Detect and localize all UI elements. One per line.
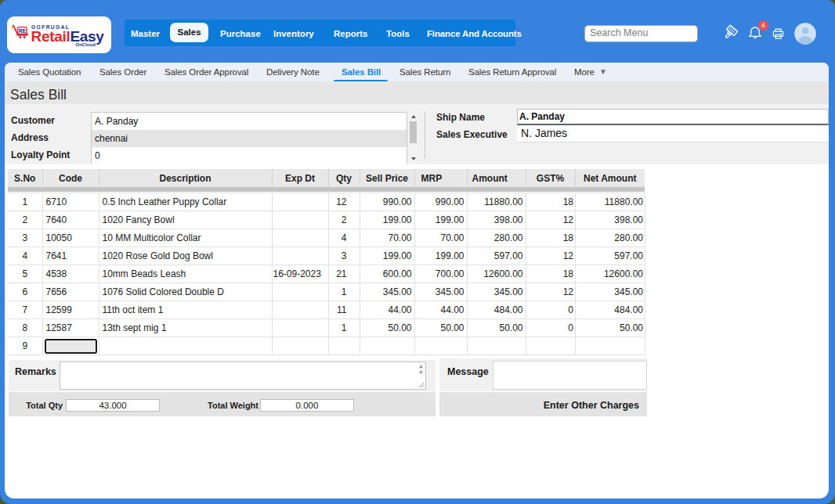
svg-text:OnCloud: OnCloud <box>76 42 96 47</box>
svg-text:RE: RE <box>19 28 27 34</box>
